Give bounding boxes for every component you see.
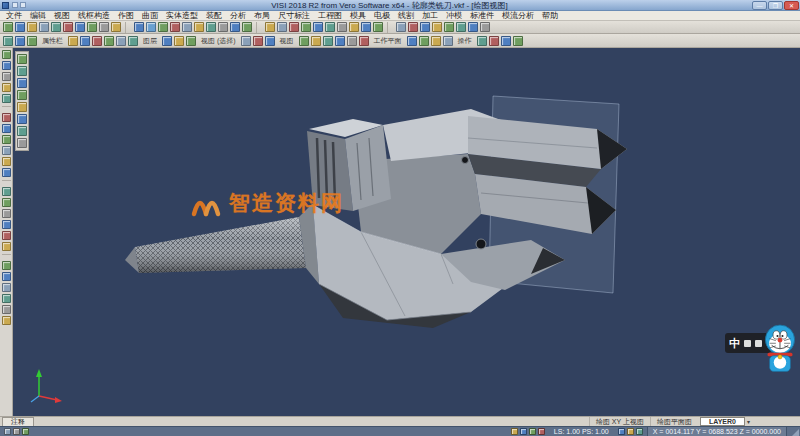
menu-item[interactable]: 冲模 [442, 11, 466, 21]
menu-item[interactable]: 帮助 [538, 11, 562, 21]
toolbar-icon[interactable] [313, 22, 323, 32]
toolbar-icon[interactable] [407, 36, 417, 46]
toolbar-icon[interactable] [194, 22, 204, 32]
toolbar-icon[interactable] [75, 22, 85, 32]
close-button[interactable]: ✕ [784, 1, 799, 10]
menu-item[interactable]: 线框构造 [74, 11, 114, 21]
toolbar-icon[interactable] [289, 22, 299, 32]
toolbar-icon[interactable] [337, 22, 347, 32]
toolbar-icon[interactable] [111, 22, 121, 32]
toolbar-icon[interactable] [2, 146, 11, 155]
toolbar-icon[interactable] [2, 220, 11, 229]
toolbar-icon[interactable] [349, 22, 359, 32]
toolbar-icon[interactable] [538, 428, 545, 435]
ime-language-badge[interactable]: 中 [729, 333, 740, 353]
toolbar-icon[interactable] [2, 242, 11, 251]
maximize-button[interactable]: ❐ [768, 1, 783, 10]
toolbar-icon[interactable] [99, 22, 109, 32]
toolbar-icon[interactable] [2, 187, 11, 196]
toolbar-icon[interactable] [347, 36, 357, 46]
toolbar-icon[interactable] [325, 22, 335, 32]
toolbar-icon[interactable] [3, 22, 13, 32]
menu-item[interactable]: 加工 [418, 11, 442, 21]
toolbar-icon[interactable] [17, 90, 27, 100]
toolbar-icon[interactable] [2, 94, 11, 103]
toolbar-icon[interactable] [419, 36, 429, 46]
menu-item[interactable]: 标准件 [466, 11, 498, 21]
toolbar-icon[interactable] [265, 36, 275, 46]
toolbar-icon[interactable] [27, 22, 37, 32]
toolbar-icon[interactable] [444, 22, 454, 32]
toolbar-icon[interactable] [2, 272, 11, 281]
toolbar-icon[interactable] [323, 36, 333, 46]
toolbar-icon[interactable] [456, 22, 466, 32]
quick-access-icon[interactable] [20, 2, 26, 8]
menu-item[interactable]: 分析 [226, 11, 250, 21]
toolbar-icon[interactable] [116, 36, 126, 46]
toolbar-icon[interactable] [15, 22, 25, 32]
cad-scene[interactable] [13, 48, 800, 416]
toolbar-icon[interactable] [513, 36, 523, 46]
menu-item[interactable]: 模流分析 [498, 11, 538, 21]
toolbar-icon[interactable] [253, 36, 263, 46]
toolbar-icon[interactable] [477, 36, 487, 46]
toolbar-icon[interactable] [301, 22, 311, 32]
toolbar-icon[interactable] [68, 36, 78, 46]
toolbar-icon[interactable] [265, 22, 275, 32]
toolbar-icon[interactable] [361, 22, 371, 32]
menu-item[interactable]: 布局 [250, 11, 274, 21]
view-info[interactable]: 绘图 XY 上视图 [589, 417, 650, 427]
toolbar-icon[interactable] [408, 22, 418, 32]
toolbar-icon[interactable] [92, 36, 102, 46]
toolbar-icon[interactable] [230, 22, 240, 32]
toolbar-icon[interactable] [2, 83, 11, 92]
menu-item[interactable]: 工程图 [314, 11, 346, 21]
annotation-tab[interactable]: 注释 [2, 417, 34, 426]
toolbar-icon[interactable] [2, 61, 11, 70]
toolbar-icon[interactable] [618, 428, 625, 435]
toolbar-icon[interactable] [2, 261, 11, 270]
toolbar-icon[interactable] [431, 36, 441, 46]
toolbar-icon[interactable] [87, 22, 97, 32]
toolbar-icon[interactable] [2, 283, 11, 292]
toolbar-icon[interactable] [17, 138, 27, 148]
toolbar-icon[interactable] [3, 36, 13, 46]
toolbar-icon[interactable] [311, 36, 321, 46]
toolbar-icon[interactable] [2, 316, 11, 325]
menu-item[interactable]: 文件 [2, 11, 26, 21]
toolbar-icon[interactable] [2, 113, 11, 122]
toolbar-icon[interactable] [2, 231, 11, 240]
toolbar-icon[interactable] [17, 114, 27, 124]
menu-item[interactable]: 曲面 [138, 11, 162, 21]
ime-tool-icon[interactable] [744, 340, 751, 347]
toolbar-icon[interactable] [2, 209, 11, 218]
toolbar-icon[interactable] [2, 135, 11, 144]
toolbar-icon[interactable] [218, 22, 228, 32]
layer-selector[interactable]: LAYER0 [700, 417, 745, 426]
chevron-down-icon[interactable]: ▾ [747, 418, 754, 425]
toolbar-icon[interactable] [39, 22, 49, 32]
workplane-info[interactable]: 绘图平面图 [650, 417, 698, 427]
toolbar-icon[interactable] [2, 294, 11, 303]
toolbar-icon[interactable] [186, 36, 196, 46]
quick-access-icon[interactable] [12, 2, 18, 8]
menu-item[interactable]: 模具 [346, 11, 370, 21]
toolbar-icon[interactable] [146, 22, 156, 32]
toolbar-icon[interactable] [134, 22, 144, 32]
toolbar-icon[interactable] [128, 36, 138, 46]
toolbar-icon[interactable] [2, 305, 11, 314]
menu-item[interactable]: 装配 [202, 11, 226, 21]
toolbar-icon[interactable] [636, 428, 643, 435]
viewport-3d[interactable]: 智造资料网 中 [13, 48, 800, 416]
toolbar-icon[interactable] [15, 36, 25, 46]
toolbar-icon[interactable] [206, 22, 216, 32]
toolbar-icon[interactable] [277, 22, 287, 32]
toolbar-icon[interactable] [396, 22, 406, 32]
resize-grip[interactable] [791, 429, 799, 436]
menu-item[interactable]: 编辑 [26, 11, 50, 21]
menu-item[interactable]: 线割 [394, 11, 418, 21]
toolbar-icon[interactable] [2, 168, 11, 177]
minimize-button[interactable]: — [752, 1, 767, 10]
toolbar-icon[interactable] [51, 22, 61, 32]
toolbar-icon[interactable] [2, 124, 11, 133]
